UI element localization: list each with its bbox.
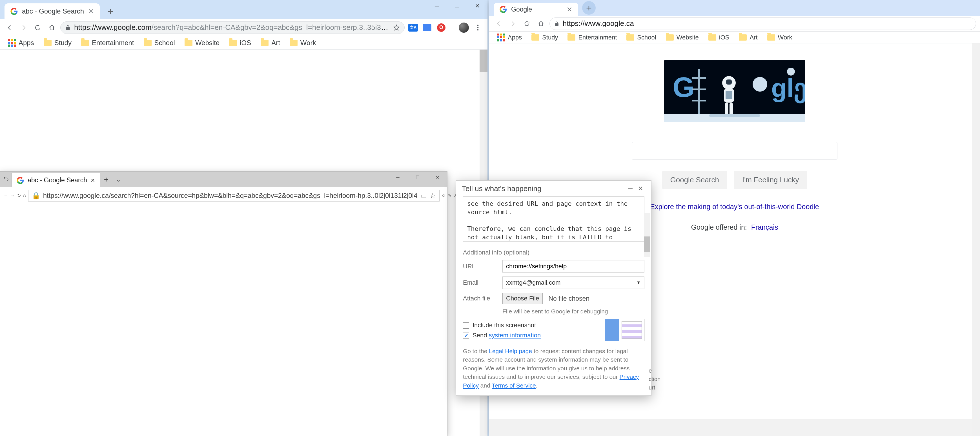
language-link-francais[interactable]: Français	[751, 223, 778, 231]
new-tab-button[interactable]: +	[582, 1, 596, 15]
home-button[interactable]	[535, 18, 547, 29]
screenshot-thumbnail[interactable]	[605, 319, 644, 341]
bookmark-school[interactable]: School	[140, 38, 179, 48]
terms-of-service-link[interactable]: Terms of Service	[492, 382, 536, 389]
svg-rect-12	[692, 100, 706, 102]
system-information-link[interactable]: system information	[489, 332, 541, 339]
bookmark-ios[interactable]: iOS	[225, 38, 255, 48]
maximize-button[interactable]: ☐	[447, 0, 467, 12]
toolbar: ← → ↻ ⌂ 🔒 https://www.google.ca/search?h…	[0, 187, 447, 204]
bookmark-study[interactable]: Study	[528, 33, 562, 42]
close-dialog-icon[interactable]: ✕	[635, 185, 646, 192]
choose-file-button[interactable]: Choose File	[503, 293, 543, 304]
extension-camera-icon[interactable]	[422, 22, 433, 33]
feeling-lucky-button[interactable]: I'm Feeling Lucky	[734, 171, 807, 189]
bookmarks-bar: Apps Study Entertainment School Website …	[0, 36, 487, 49]
reload-button[interactable]: ↻	[17, 190, 21, 201]
bookmark-website[interactable]: Website	[181, 38, 223, 48]
bookmark-apps[interactable]: Apps	[4, 38, 38, 48]
file-hint: File will be sent to Google for debuggin…	[503, 308, 644, 315]
minimize-button[interactable]: ─	[426, 0, 447, 12]
home-button[interactable]: ⌂	[23, 190, 26, 201]
forward-button[interactable]	[18, 22, 29, 33]
browser-tab[interactable]: abc - Google Search ✕	[11, 173, 100, 187]
titlebar: ⮌ abc - Google Search ✕ + ⌄ ─ ☐ ✕	[0, 172, 447, 187]
close-window-button[interactable]: ✕	[467, 0, 487, 12]
bookmark-art[interactable]: Art	[735, 33, 761, 42]
browser-tab[interactable]: Google	[494, 3, 578, 16]
svg-point-2	[477, 29, 479, 30]
google-doodle[interactable]: G glე	[664, 60, 805, 123]
doodle-promo-link[interactable]: Explore the making of today's out-of-thi…	[650, 203, 819, 211]
chrome-menu-button[interactable]	[472, 22, 484, 33]
additional-info-label: Additional info (optional)	[463, 249, 644, 256]
bookmark-ios[interactable]: iOS	[705, 33, 733, 42]
google-favicon-icon	[16, 177, 24, 184]
favorites-icon[interactable]: ✩	[442, 190, 445, 201]
window-controls: ─ ☐ ✕	[388, 172, 447, 183]
svg-rect-9	[698, 69, 700, 114]
reload-button[interactable]	[32, 22, 43, 33]
legal-help-link[interactable]: Legal Help page	[489, 348, 532, 354]
email-row: Email xxmtg4@gmail.com ▼	[463, 277, 644, 289]
back-button[interactable]: ←	[4, 190, 8, 201]
include-screenshot-checkbox[interactable]	[463, 322, 469, 329]
bookmark-study[interactable]: Study	[40, 38, 75, 48]
home-button[interactable]	[46, 22, 57, 33]
textarea-scrollbar[interactable]	[644, 213, 650, 257]
send-sysinfo-checkbox[interactable]: ✔	[463, 333, 469, 339]
address-bar[interactable]: https://www.google.ca	[549, 18, 976, 30]
browser-tab[interactable]: abc - Google Search	[5, 3, 100, 19]
scrollbar[interactable]	[972, 43, 980, 436]
send-sysinfo-row: ✔ Send system information	[463, 332, 605, 339]
star-icon[interactable]: ☆	[430, 192, 436, 199]
google-search-button[interactable]: Google Search	[662, 171, 727, 189]
attach-label: Attach file	[463, 295, 497, 302]
address-bar[interactable]: 🔒 https://www.google.ca/search?hl=en-CA&…	[28, 190, 439, 202]
search-input[interactable]	[632, 142, 837, 159]
url-field[interactable]	[503, 260, 644, 272]
back-button[interactable]	[4, 22, 15, 33]
bookmark-work[interactable]: Work	[763, 33, 796, 42]
extension-adblock-icon[interactable]: O	[436, 22, 447, 33]
scrollbar-thumb[interactable]	[480, 49, 487, 72]
profile-avatar[interactable]	[458, 22, 469, 33]
bookmark-school[interactable]: School	[622, 33, 660, 42]
bookmark-work[interactable]: Work	[286, 38, 320, 48]
forward-button[interactable]: →	[10, 190, 15, 201]
bookmark-entertainment[interactable]: Entertainment	[77, 38, 138, 48]
feedback-textarea[interactable]	[463, 196, 644, 242]
new-tab-button[interactable]: +	[104, 5, 117, 18]
address-bar[interactable]: https://www.google.com/search?q=abc&hl=e…	[60, 21, 405, 34]
close-window-button[interactable]: ✕	[428, 172, 447, 183]
dialog-titlebar: Tell us what's happening ─ ✕	[456, 181, 651, 196]
close-tab-icon[interactable]	[566, 6, 573, 13]
set-aside-tabs-icon[interactable]: ⮌	[0, 176, 11, 183]
tab-preview-button[interactable]: ⌄	[113, 176, 125, 183]
star-icon[interactable]	[393, 24, 400, 31]
forward-button[interactable]	[507, 18, 519, 29]
titlebar: Google +	[489, 0, 980, 16]
svg-rect-19	[709, 114, 760, 117]
bookmark-apps[interactable]: Apps	[493, 32, 526, 43]
notes-icon[interactable]: ✎	[448, 190, 452, 201]
scrollbar-thumb[interactable]	[644, 237, 650, 252]
maximize-button[interactable]: ☐	[408, 172, 428, 183]
extension-translate-icon[interactable]: 文A	[407, 22, 419, 33]
tab-title: abc - Google Search	[22, 7, 84, 15]
minimize-dialog-icon[interactable]: ─	[625, 185, 635, 192]
svg-rect-10	[692, 77, 706, 79]
bookmark-website[interactable]: Website	[662, 33, 703, 42]
minimize-button[interactable]: ─	[388, 172, 408, 183]
close-tab-icon[interactable]: ✕	[91, 177, 95, 184]
bookmark-art[interactable]: Art	[257, 38, 284, 48]
close-tab-icon[interactable]	[88, 8, 94, 14]
bookmark-entertainment[interactable]: Entertainment	[563, 33, 621, 42]
lock-icon	[554, 21, 559, 26]
reload-button[interactable]	[521, 18, 533, 29]
new-tab-button[interactable]: +	[100, 175, 113, 184]
email-select[interactable]: xxmtg4@gmail.com ▼	[503, 277, 644, 289]
back-button[interactable]	[493, 18, 504, 29]
reading-view-icon[interactable]: ▭	[420, 192, 427, 199]
google-footer	[489, 419, 980, 436]
